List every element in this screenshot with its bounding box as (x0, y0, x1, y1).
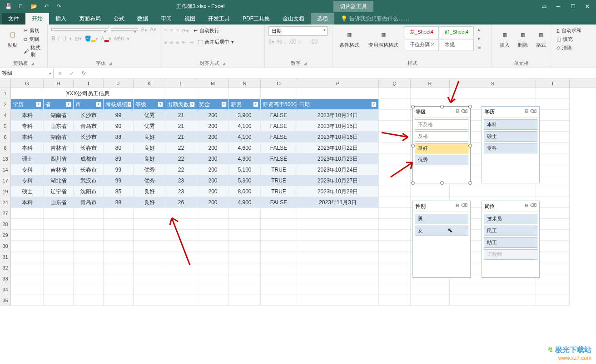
tell-me-input[interactable]: 💡告诉我您想要做什么…… (336, 13, 414, 25)
copy-button[interactable]: ⧉复制 (22, 35, 44, 44)
cell[interactable] (536, 132, 570, 143)
filter-dropdown-icon[interactable]: ▾ (189, 102, 195, 107)
column-header[interactable]: L (165, 79, 197, 88)
row-header[interactable]: 17 (0, 175, 11, 186)
column-header[interactable]: N (229, 79, 261, 88)
cell[interactable] (229, 88, 261, 99)
cell[interactable]: 85 (104, 186, 134, 197)
cell[interactable]: 成都市 (74, 153, 104, 164)
cell[interactable] (536, 295, 570, 306)
cell[interactable]: 本科 (11, 110, 44, 121)
slicer-post[interactable]: 岗位⊟⌫ 技术员 民工 助工 工程师 (482, 201, 540, 278)
cell[interactable] (379, 262, 411, 273)
cell[interactable] (11, 208, 44, 219)
cell[interactable]: 200 (197, 143, 229, 153)
worksheet[interactable]: GHIJKLMNOPQRST 1XXX公司员工信息2学历▾省▾市▾考核成绩▾等级… (0, 79, 596, 364)
underline-button[interactable]: U (62, 35, 66, 42)
cell[interactable]: 4,100 (229, 121, 261, 132)
paste-button[interactable]: 📋粘贴 (4, 26, 22, 59)
cell[interactable]: 湖南省 (44, 132, 74, 143)
cell[interactable] (297, 230, 379, 241)
cell[interactable]: 湖南省 (44, 110, 74, 121)
cell[interactable]: 优秀 (134, 164, 165, 175)
cell[interactable] (104, 241, 134, 251)
cell[interactable] (197, 241, 229, 251)
cell[interactable]: 23 (165, 186, 197, 197)
cell[interactable]: 21 (165, 132, 197, 143)
cell[interactable] (229, 262, 261, 273)
cell[interactable] (104, 273, 134, 284)
conditional-format-button[interactable]: ▦条件格式 (337, 26, 362, 50)
cell[interactable] (261, 251, 297, 262)
cell[interactable] (134, 295, 165, 306)
dialog-launcher-icon[interactable]: ◢ (222, 61, 225, 66)
column-header[interactable]: J (104, 79, 134, 88)
cell[interactable]: 山东省 (44, 121, 74, 132)
table-header-cell[interactable]: 薪资高于5000▾ (261, 99, 297, 110)
comma-icon[interactable]: , (284, 39, 286, 45)
border-button[interactable]: ⊞▾ (74, 35, 82, 42)
slicer-grade[interactable]: 等级⊟⌫ 不及格 及格 良好 优秀 (412, 106, 471, 183)
cell[interactable] (536, 284, 570, 295)
cell[interactable]: 200 (197, 110, 229, 121)
row-header[interactable]: 30 (0, 241, 11, 251)
table-format-button[interactable]: ▦套用表格格式 (366, 26, 401, 50)
tab-pdf[interactable]: PDF工具集 (236, 13, 276, 25)
cell[interactable] (229, 273, 261, 284)
cell[interactable] (134, 208, 165, 219)
cell[interactable]: 99 (104, 164, 134, 175)
cell[interactable]: 2023年10月27日 (297, 175, 379, 186)
cell[interactable]: 26 (165, 197, 197, 208)
table-header-cell[interactable]: 省▾ (44, 99, 74, 110)
cell[interactable] (44, 208, 74, 219)
cell[interactable]: FALSE (261, 132, 297, 143)
cell[interactable] (134, 230, 165, 241)
cell[interactable] (44, 273, 74, 284)
cell[interactable] (536, 99, 570, 110)
slicer-item[interactable]: 民工 (484, 226, 537, 236)
cell[interactable]: 90 (104, 121, 134, 132)
cell[interactable] (165, 88, 197, 99)
cell[interactable]: 2023年10月24日 (297, 164, 379, 175)
cell[interactable] (74, 219, 104, 230)
cell[interactable]: 80 (104, 143, 134, 153)
increase-indent-icon[interactable]: ⇥ (189, 39, 194, 45)
row-header[interactable]: 28 (0, 219, 11, 230)
style-normal[interactable]: 常规 (440, 39, 474, 51)
cell[interactable] (11, 219, 44, 230)
cell[interactable]: 4,300 (229, 153, 261, 164)
table-header-cell[interactable]: 日期▾ (297, 99, 379, 110)
tab-insert[interactable]: 插入 (49, 13, 73, 25)
cell[interactable] (104, 219, 134, 230)
redo-icon[interactable]: ↷ (54, 1, 65, 11)
row-header[interactable]: 32 (0, 262, 11, 273)
cell[interactable]: 长沙市 (74, 132, 104, 143)
cell[interactable] (261, 262, 297, 273)
bold-button[interactable]: B (51, 35, 55, 42)
decrease-indent-icon[interactable]: ⇤ (182, 39, 186, 45)
row-header[interactable]: 5 (0, 121, 11, 132)
table-header-cell[interactable]: 考核成绩▾ (104, 99, 134, 110)
dialog-launcher-icon[interactable]: ◢ (31, 61, 34, 66)
slicer-item[interactable]: 优秀 (415, 155, 468, 165)
cell[interactable] (297, 208, 379, 219)
cell[interactable] (134, 284, 165, 295)
gallery-down-icon[interactable]: ▾ (477, 35, 481, 42)
tab-page-layout[interactable]: 页面布局 (73, 13, 107, 25)
tab-wps[interactable]: 金山文档 (276, 13, 311, 25)
pinyin-button[interactable]: wén (114, 35, 124, 42)
font-color-button[interactable]: A▂▾ (101, 35, 111, 42)
cell[interactable] (104, 251, 134, 262)
cell[interactable] (165, 273, 197, 284)
cell[interactable]: TRUE (261, 175, 297, 186)
maximize-icon[interactable]: ☐ (566, 1, 580, 11)
cell[interactable]: 8,000 (229, 186, 261, 197)
column-header[interactable]: R (411, 79, 450, 88)
cell[interactable] (197, 262, 229, 273)
cell[interactable]: 21 (165, 121, 197, 132)
cell[interactable] (536, 273, 570, 284)
clear-filter-icon[interactable]: ⌫ (530, 108, 536, 115)
row-header[interactable]: 27 (0, 208, 11, 219)
cell[interactable]: 89 (104, 153, 134, 164)
cell[interactable]: 长沙市 (74, 110, 104, 121)
